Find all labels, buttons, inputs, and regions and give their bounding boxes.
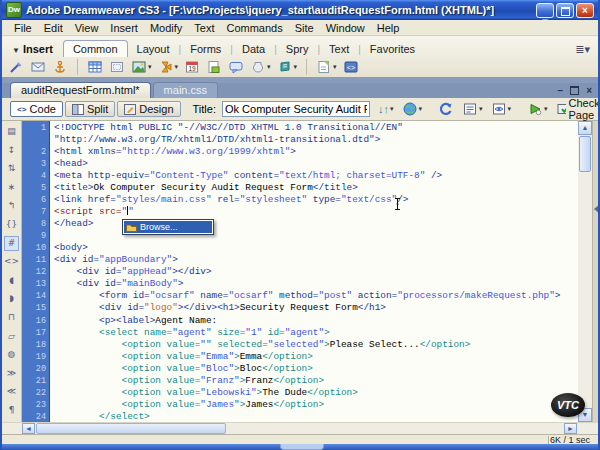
named-anchor-icon[interactable] (52, 59, 68, 75)
tab-layout[interactable]: Layout (128, 41, 179, 57)
code-text[interactable]: <option value="" selected="selected">Ple… (50, 339, 470, 351)
code-text[interactable]: <head> (50, 158, 88, 170)
code-line[interactable]: 23 <option value="James">James</option> (22, 399, 578, 411)
code-line[interactable]: 20 <option value="Bloc">Bloc</option> (22, 363, 578, 375)
code-text[interactable]: <title>Ok Computer Security Audit Reques… (50, 182, 358, 194)
doc-minimize-icon[interactable]: – (558, 85, 564, 96)
code-text[interactable] (50, 230, 54, 242)
code-text[interactable]: "http://www.w3.org/TR/xhtml1/DTD/xhtml1-… (50, 134, 380, 146)
panel-options-icon[interactable]: ≣▾ (575, 43, 590, 56)
code-text[interactable]: <div id="appBoundary"> (50, 254, 178, 266)
code-text[interactable]: </select> (50, 411, 150, 423)
code-text[interactable]: <p><label>Agent Name: (50, 315, 217, 327)
comment-icon[interactable] (228, 59, 244, 75)
scroll-right-icon[interactable]: ► (564, 423, 577, 434)
code-line[interactable]: 22 <option value="Lebowski">The Dude</op… (22, 387, 578, 399)
code-view-button[interactable]: <>Code (10, 101, 63, 117)
doc-restore-icon[interactable] (570, 86, 579, 95)
code-hint-item-browse[interactable]: Browse... (124, 221, 212, 233)
insert-panel-header[interactable]: ▼Insert (12, 43, 53, 55)
code-line[interactable]: 5<title>Ok Computer Security Audit Reque… (22, 182, 578, 194)
menu-modify[interactable]: Modify (144, 22, 188, 34)
media-icon[interactable]: ▾ (158, 59, 179, 75)
code-line[interactable]: 11<div id="appBoundary"> (22, 254, 578, 266)
collapse-full-tag-icon[interactable]: ↕ (4, 143, 19, 158)
tag-chooser-icon[interactable]: <> (343, 59, 359, 75)
code-line[interactable]: 16 <p><label>Agent Name: (22, 315, 578, 327)
code-line[interactable]: 9 (22, 230, 578, 242)
hyperlink-icon[interactable] (8, 59, 24, 75)
code-line[interactable]: 8</head> (22, 218, 578, 230)
code-text[interactable]: <div id="appHead"></div> (50, 266, 212, 278)
wrap-tag-icon[interactable]: ⊓ (4, 310, 19, 325)
panel-expander-grip[interactable] (280, 444, 324, 450)
code-line[interactable]: 14 <form id="ocsarf" name="ocsarf" metho… (22, 290, 578, 302)
move-or-convert-css-icon[interactable]: ◍ (4, 347, 19, 362)
date-icon[interactable]: 19 (184, 59, 200, 75)
email-link-icon[interactable] (30, 59, 46, 75)
code-line[interactable]: 18 <option value="" selected="selected">… (22, 339, 578, 351)
code-line[interactable]: 1<!DOCTYPE html PUBLIC "-//W3C//DTD XHTM… (22, 122, 578, 134)
indent-code-icon[interactable]: ≫ (4, 366, 19, 381)
code-line[interactable]: 10<body> (22, 242, 578, 254)
server-side-include-icon[interactable] (206, 59, 222, 75)
code-line[interactable]: 13 <div id="mainBody"> (22, 278, 578, 290)
menu-site[interactable]: Site (289, 22, 320, 34)
code-line[interactable]: 2<html xmlns="http://www.w3.org/1999/xht… (22, 146, 578, 158)
tab-common[interactable]: Common (63, 40, 128, 57)
collapse-selection-icon[interactable]: ⇅ (4, 161, 19, 176)
apply-comment-icon[interactable]: ◖ (4, 273, 19, 288)
restore-button[interactable] (556, 3, 574, 18)
vertical-scroll-thumb[interactable] (579, 136, 591, 172)
doc-close-icon[interactable]: × (586, 85, 592, 96)
menu-window[interactable]: Window (320, 22, 371, 34)
code-text[interactable]: <option value="James">James</option> (50, 399, 324, 411)
templates-icon[interactable]: ▾ (316, 59, 337, 75)
check-page-button[interactable]: Check Page (556, 97, 600, 121)
code-text[interactable]: <div id="logo"></div><h1>Security Reques… (50, 302, 386, 314)
visual-aids-icon[interactable]: ▾ (491, 101, 512, 117)
code-text[interactable]: </head> (50, 218, 93, 230)
tab-data[interactable]: Data (233, 41, 274, 57)
close-button[interactable]: × (576, 3, 594, 18)
code-line[interactable]: 17 <select name="agent" size="1" id="age… (22, 327, 578, 339)
menu-text[interactable]: Text (188, 22, 220, 34)
code-text[interactable]: <option value="Franz">Franz</option> (50, 375, 324, 387)
menu-help[interactable]: Help (371, 22, 406, 34)
script-icon[interactable]: ▾ (277, 59, 298, 75)
code-line[interactable]: 7<script src="" (22, 206, 578, 218)
code-line[interactable]: 19 <option value="Emma">Emma</option> (22, 351, 578, 363)
code-text[interactable]: <body> (50, 242, 88, 254)
vertical-scrollbar[interactable]: ▲ ▼ (578, 121, 592, 422)
scroll-left-icon[interactable]: ◄ (22, 423, 35, 434)
page-title-input[interactable] (222, 101, 370, 117)
file-management-icon[interactable]: ↓↑▾ (378, 103, 394, 115)
code-line[interactable]: 12 <div id="appHead"></div> (22, 266, 578, 278)
menu-insert[interactable]: Insert (104, 22, 144, 34)
validate-markup-icon[interactable]: ▾ (527, 101, 548, 117)
recent-snippets-icon[interactable]: ▱ (4, 329, 19, 344)
tab-text[interactable]: Text (320, 41, 358, 57)
code-text[interactable]: <html xmlns="http://www.w3.org/1999/xhtm… (50, 146, 296, 158)
remove-comment-icon[interactable]: ◗ (4, 291, 19, 306)
code-text[interactable]: <select name="agent" size="1" id="agent"… (50, 327, 330, 339)
panel-dock-collapse-bar[interactable] (592, 121, 600, 422)
table-icon[interactable] (87, 59, 103, 75)
code-text[interactable]: <option value="Emma">Emma</option> (50, 351, 313, 363)
code-text[interactable]: <link href="styles/main.css" rel="styles… (50, 194, 408, 206)
horizontal-scrollbar[interactable]: ◄ ► (2, 422, 598, 434)
code-text[interactable]: <!DOCTYPE html PUBLIC "-//W3C//DTD XHTML… (50, 122, 403, 134)
refresh-icon[interactable] (438, 101, 454, 117)
insert-div-icon[interactable] (109, 59, 125, 75)
tab-forms[interactable]: Forms (181, 41, 230, 57)
code-rows[interactable]: 1<!DOCTYPE html PUBLIC "-//W3C//DTD XHTM… (22, 122, 578, 422)
code-line[interactable]: 4<meta http-equiv="Content-Type" content… (22, 170, 578, 182)
outdent-code-icon[interactable]: ≪ (4, 384, 19, 399)
select-parent-tag-icon[interactable]: ↰ (4, 198, 19, 213)
tab-spry[interactable]: Spry (277, 41, 318, 57)
view-options-icon[interactable]: ▾ (462, 101, 483, 117)
title-bar[interactable]: Dw Adobe Dreamweaver CS3 - [F:\vtcProjec… (2, 0, 598, 20)
code-line[interactable]: "http://www.w3.org/TR/xhtml1/DTD/xhtml1-… (22, 134, 578, 146)
doc-tab-maincss[interactable]: main.css (153, 82, 218, 98)
code-text[interactable]: <form id="ocsarf" name="ocsarf" method="… (50, 290, 560, 302)
